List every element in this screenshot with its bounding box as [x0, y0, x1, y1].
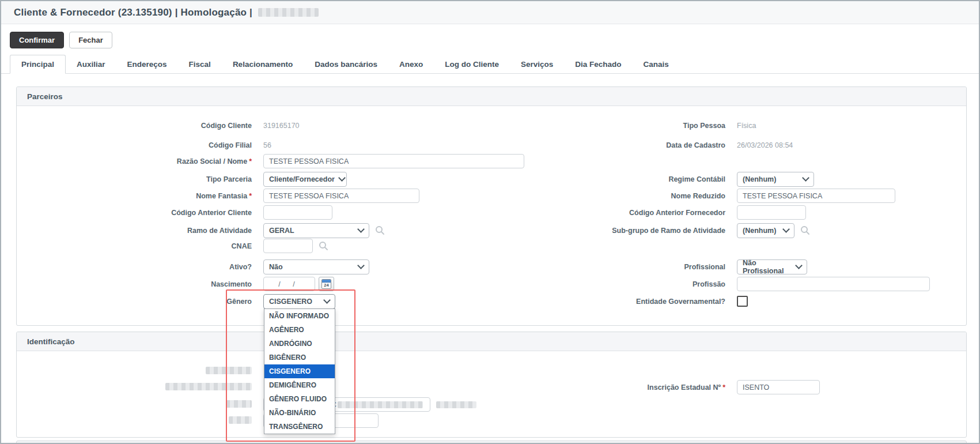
codigo-anterior-fornecedor-input[interactable]: [737, 205, 806, 220]
razao-social-value: TESTE PESSOA FISICA: [269, 157, 349, 165]
calendar-icon: 24: [321, 279, 331, 289]
page-title: Cliente & Fornecedor (23.135190) | Homol…: [14, 7, 252, 18]
section-identificacao: Identificação Inscrição Estadual Nº* ISE…: [16, 332, 967, 438]
redacted-field-value: [338, 401, 423, 408]
codigo-filial-value: 56: [263, 141, 271, 149]
subgrupo-ramo-value: (Nenhum): [743, 227, 776, 235]
inscricao-estadual-input[interactable]: ISENTO: [737, 380, 820, 394]
tab-canais[interactable]: Canais: [633, 55, 680, 73]
required-mark: *: [249, 157, 252, 165]
tipo-pessoa-value: Física: [737, 122, 756, 130]
ativo-label: Ativo?: [17, 263, 252, 271]
tab-enderecos[interactable]: Endereços: [116, 55, 178, 73]
confirm-button[interactable]: Confirmar: [10, 32, 64, 48]
section-parceiros: Parceiros Código Cliente 319165170 Tipo …: [16, 86, 967, 326]
redacted-field-label: [226, 400, 252, 408]
redacted-username: [258, 8, 319, 17]
redacted-field-label: [206, 367, 252, 374]
profissional-value: Não Profissional: [743, 259, 792, 275]
genero-option-nao-informado[interactable]: NÃO INFORMADO: [264, 309, 335, 323]
nome-reduzido-input[interactable]: TESTE PESSOA FISICA: [737, 189, 895, 203]
cnae-input[interactable]: [263, 239, 313, 253]
ramo-atividade-select[interactable]: GERAL: [263, 223, 369, 238]
nascimento-label: Nascimento: [17, 280, 252, 288]
tab-dia-fechado[interactable]: Dia Fechado: [564, 55, 632, 73]
redacted-field-value: [436, 401, 476, 408]
nome-fantasia-value: TESTE PESSOA FISICA: [269, 192, 349, 200]
redacted-field-label: [165, 383, 252, 390]
ativo-value: Não: [269, 263, 283, 271]
redacted-field-label: [229, 416, 252, 424]
profissao-label: Profissão: [563, 280, 725, 288]
regime-contabil-select[interactable]: (Nenhum): [737, 172, 814, 187]
subgrupo-ramo-select[interactable]: (Nenhum): [737, 223, 794, 238]
genero-option-bigenero[interactable]: BIGÊNERO: [264, 351, 335, 364]
entidade-governamental-checkbox[interactable]: [737, 296, 748, 307]
inscricao-estadual-label: Inscrição Estadual Nº: [648, 383, 721, 392]
genero-option-androgino[interactable]: ANDRÓGINO: [264, 337, 335, 351]
profissional-label: Profissional: [563, 263, 725, 271]
genero-option-genero-fluido[interactable]: GÊNERO FLUIDO: [264, 392, 335, 406]
chevron-down-icon: [795, 262, 803, 269]
nome-fantasia-label: Nome Fantasia: [196, 192, 247, 200]
tipo-parceria-label: Tipo Parceria: [17, 175, 252, 183]
titlebar: Cliente & Fornecedor (23.135190) | Homol…: [1, 1, 979, 24]
chevron-down-icon: [802, 174, 809, 182]
calendar-icon-day: 24: [324, 283, 328, 288]
codigo-cliente-value: 319165170: [263, 122, 300, 130]
genero-value: CISGENERO: [269, 298, 312, 306]
calendar-button[interactable]: 24: [319, 277, 334, 291]
codigo-anterior-cliente-label: Código Anterior Cliente: [17, 209, 252, 217]
tab-dados-bancarios[interactable]: Dados bancários: [304, 55, 388, 73]
codigo-anterior-fornecedor-label: Código Anterior Fornecedor: [563, 209, 725, 217]
tipo-pessoa-label: Tipo Pessoa: [563, 122, 725, 130]
section-next-partial: [16, 441, 967, 444]
codigo-anterior-cliente-input[interactable]: [263, 205, 332, 220]
search-icon[interactable]: [800, 225, 810, 235]
data-cadastro-value: 26/03/2026 08:54: [737, 141, 793, 149]
genero-select[interactable]: CISGENERO: [263, 294, 335, 309]
search-icon[interactable]: [375, 225, 385, 235]
genero-option-nao-binario[interactable]: NÃO-BINÁRIO: [264, 406, 335, 420]
genero-option-transgenero[interactable]: TRANSGÊNERO: [264, 420, 335, 434]
razao-social-input[interactable]: TESTE PESSOA FISICA: [263, 154, 524, 168]
data-cadastro-label: Data de Cadastro: [563, 141, 725, 149]
subgrupo-ramo-label: Sub-grupo de Ramo de Atividade: [563, 227, 725, 235]
cnae-label: CNAE: [17, 242, 252, 250]
genero-dropdown-list: NÃO INFORMADOAGÊNEROANDRÓGINOBIGÊNEROCIS…: [264, 308, 335, 434]
chevron-down-icon: [357, 225, 365, 233]
profissao-input[interactable]: [737, 277, 930, 291]
genero-option-agenero[interactable]: AGÊNERO: [264, 323, 335, 337]
codigo-filial-label: Código Filial: [17, 141, 252, 149]
tab-log-do-cliente[interactable]: Log do Cliente: [434, 55, 510, 73]
profissional-select[interactable]: Não Profissional: [737, 259, 807, 274]
chevron-down-icon: [323, 296, 331, 304]
tab-anexo[interactable]: Anexo: [388, 55, 434, 73]
chevron-down-icon: [357, 262, 365, 269]
tipo-parceria-select[interactable]: Cliente/Fornecedor: [263, 172, 347, 187]
tab-principal[interactable]: Principal: [10, 55, 66, 74]
razao-social-label: Razão Social / Nome: [177, 157, 247, 165]
codigo-cliente-label: Código Cliente: [17, 122, 252, 130]
section-title-parceiros: Parceiros: [17, 87, 966, 106]
ativo-select[interactable]: Não: [263, 259, 369, 274]
tab-fiscal[interactable]: Fiscal: [178, 55, 222, 73]
genero-option-demigenero[interactable]: DEMIGÊNERO: [264, 378, 335, 392]
tipo-parceria-value: Cliente/Fornecedor: [269, 175, 335, 183]
toolbar: Confirmar Fechar: [10, 32, 112, 48]
regime-contabil-value: (Nenhum): [743, 175, 776, 183]
nascimento-input[interactable]: / /: [263, 277, 315, 291]
required-mark: *: [722, 383, 725, 392]
genero-option-cisgenero[interactable]: CISGENERO: [264, 364, 335, 378]
nome-fantasia-input[interactable]: TESTE PESSOA FISICA: [263, 189, 419, 203]
close-button[interactable]: Fechar: [69, 32, 112, 48]
tab-relacionamento[interactable]: Relacionamento: [222, 55, 304, 73]
tab-servicos[interactable]: Serviços: [510, 55, 564, 73]
tab-auxiliar[interactable]: Auxiliar: [66, 55, 116, 73]
ramo-atividade-value: GERAL: [269, 227, 294, 235]
required-mark: *: [249, 192, 252, 200]
tab-bar: PrincipalAuxiliarEndereçosFiscalRelacion…: [1, 55, 979, 74]
search-icon[interactable]: [319, 241, 328, 251]
app-window: Cliente & Fornecedor (23.135190) | Homol…: [0, 0, 980, 444]
genero-label: Gênero: [17, 298, 252, 306]
